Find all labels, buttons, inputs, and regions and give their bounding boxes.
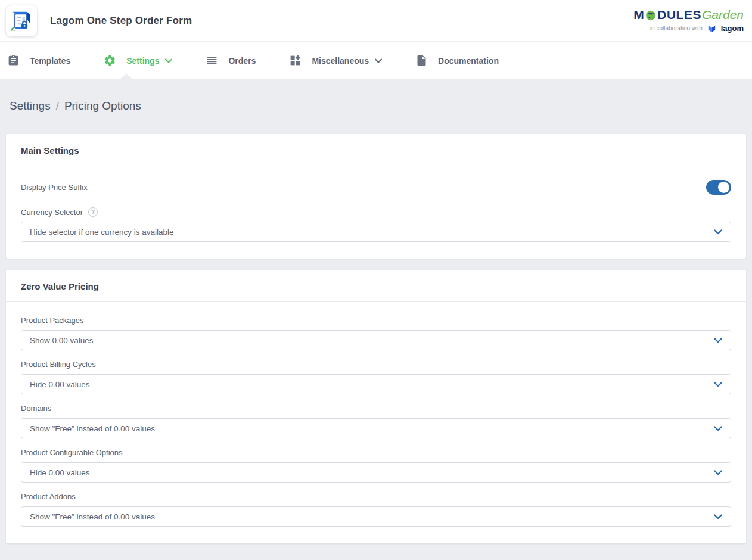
product-packages-value: Show 0.00 values bbox=[30, 336, 94, 345]
chevron-down-icon bbox=[714, 229, 722, 235]
nav-tab-label: Templates bbox=[30, 56, 70, 66]
product-configurable-options-select[interactable]: Hide 0.00 values bbox=[21, 462, 731, 483]
nav-tab-label: Documentation bbox=[438, 56, 499, 66]
domains-label: Domains bbox=[21, 404, 51, 413]
gear-icon bbox=[104, 54, 116, 67]
help-icon[interactable]: ? bbox=[88, 207, 98, 217]
modulesgarden-logo: M DULES Garden in collaboration with lag… bbox=[633, 8, 744, 33]
zero-value-pricing-card: Zero Value Pricing Product Packages Show… bbox=[6, 270, 746, 543]
product-billing-cycles-select[interactable]: Hide 0.00 values bbox=[21, 374, 731, 394]
breadcrumb: Settings/Pricing Options bbox=[6, 79, 746, 134]
display-price-suffix-toggle[interactable] bbox=[706, 180, 731, 195]
main-nav: Templates Settings Orders Miscellaneous … bbox=[0, 42, 752, 79]
display-price-suffix-label: Display Price Suffix bbox=[21, 183, 88, 192]
product-configurable-options-value: Hide 0.00 values bbox=[30, 468, 90, 477]
breadcrumb-separator: / bbox=[56, 99, 59, 112]
product-configurable-options-label: Product Configurable Options bbox=[21, 448, 123, 457]
chevron-down-icon bbox=[714, 514, 722, 519]
nav-tab-orders[interactable]: Orders bbox=[206, 54, 256, 67]
currency-selector-select[interactable]: Hide selector if one currency is availab… bbox=[21, 222, 731, 242]
product-packages-select[interactable]: Show 0.00 values bbox=[21, 330, 731, 350]
main-settings-card: Main Settings Display Price Suffix Curre… bbox=[6, 134, 746, 259]
currency-selector-label: Currency Selector bbox=[21, 208, 83, 217]
domains-value: Show "Free" instead of 0.00 values bbox=[30, 424, 155, 433]
nav-tab-settings[interactable]: Settings bbox=[104, 54, 172, 67]
chevron-down-icon bbox=[714, 470, 722, 475]
card-title: Main Settings bbox=[21, 145, 731, 155]
chevron-down-icon bbox=[714, 338, 722, 343]
active-tab-pointer bbox=[120, 74, 133, 79]
collaboration-text: in collaboration with bbox=[650, 25, 703, 32]
order-form-icon bbox=[8, 8, 35, 34]
product-addons-select[interactable]: Show "Free" instead of 0.00 values bbox=[21, 506, 731, 527]
clipboard-icon bbox=[7, 54, 20, 67]
chevron-down-icon bbox=[714, 382, 722, 387]
card-title: Zero Value Pricing bbox=[21, 281, 731, 291]
product-addons-label: Product Addons bbox=[21, 492, 76, 501]
list-icon bbox=[206, 54, 218, 67]
document-icon bbox=[415, 54, 428, 67]
brand-text-garden: Garden bbox=[702, 8, 744, 21]
breadcrumb-settings[interactable]: Settings bbox=[10, 99, 51, 112]
lagom-wordmark: lagom bbox=[721, 24, 744, 33]
top-header: Lagom One Step Order Form M DULES Garden… bbox=[0, 0, 752, 42]
nav-tab-label: Miscellaneous bbox=[312, 56, 369, 66]
app-logo-icon bbox=[6, 5, 37, 36]
nav-tab-label: Orders bbox=[228, 56, 256, 66]
product-packages-label: Product Packages bbox=[21, 316, 84, 325]
nav-tab-miscellaneous[interactable]: Miscellaneous bbox=[289, 54, 382, 67]
nav-tab-label: Settings bbox=[126, 56, 159, 66]
chevron-down-icon bbox=[375, 58, 382, 63]
chevron-down-icon bbox=[165, 58, 172, 63]
nav-tab-documentation[interactable]: Documentation bbox=[415, 54, 499, 67]
content-area: Settings/Pricing Options Main Settings D… bbox=[0, 79, 752, 560]
grid-icon bbox=[289, 54, 302, 67]
currency-selector-value: Hide selector if one currency is availab… bbox=[30, 228, 174, 237]
brand-text-dules: DULES bbox=[657, 8, 701, 21]
lagom-mark-icon bbox=[707, 23, 717, 33]
product-billing-cycles-label: Product Billing Cycles bbox=[21, 360, 96, 369]
brand-text-m: M bbox=[633, 8, 644, 21]
domains-select[interactable]: Show "Free" instead of 0.00 values bbox=[21, 418, 731, 438]
chevron-down-icon bbox=[714, 426, 722, 431]
nav-tab-templates[interactable]: Templates bbox=[7, 54, 70, 67]
product-addons-value: Show "Free" instead of 0.00 values bbox=[30, 512, 155, 521]
page-title: Lagom One Step Order Form bbox=[50, 15, 192, 27]
breadcrumb-current: Pricing Options bbox=[64, 99, 141, 112]
globe-icon bbox=[645, 10, 657, 21]
product-billing-cycles-value: Hide 0.00 values bbox=[30, 380, 90, 389]
